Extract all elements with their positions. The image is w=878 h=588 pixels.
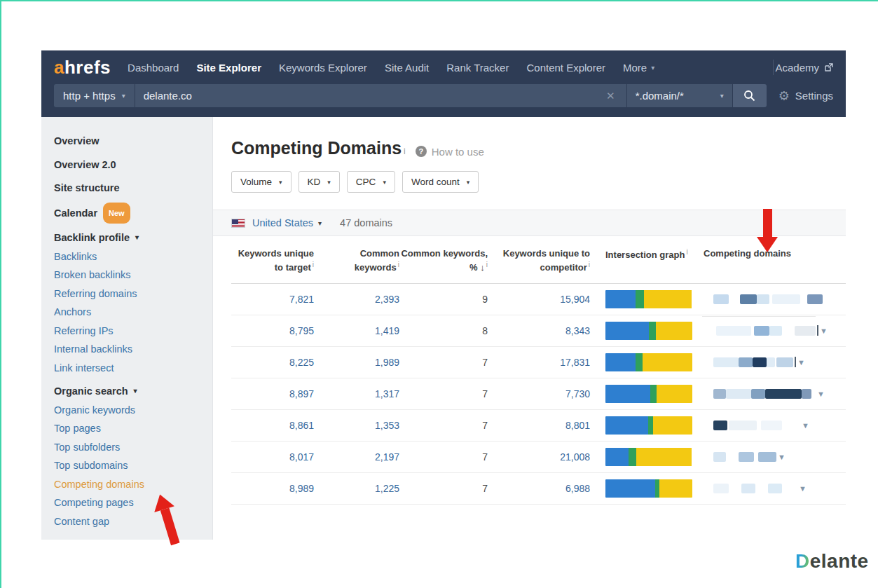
nav-item-dashboard[interactable]: Dashboard <box>128 62 179 74</box>
country-select[interactable]: United States <box>252 217 313 228</box>
nav-item-label: Site Explorer <box>196 62 261 74</box>
blurred-domain-block <box>739 357 753 367</box>
competing-domain-cell[interactable]: ▼ <box>695 357 839 367</box>
sidebar-item-top-subdomains[interactable]: Top subdomains <box>54 456 212 475</box>
unique-target-cell[interactable]: 8,897 <box>231 388 314 399</box>
common-keywords-cell[interactable]: 1,419 <box>314 325 399 336</box>
settings-button[interactable]: ⚙ Settings <box>778 88 833 104</box>
unique-competitor-cell[interactable]: 6,988 <box>488 483 590 494</box>
filter-label: Volume <box>240 177 272 187</box>
clear-input-icon[interactable]: ✕ <box>603 90 618 102</box>
sidebar-item-link-intersect[interactable]: Link intersect <box>54 359 212 378</box>
sidebar-item-overview[interactable]: Overview <box>54 132 212 151</box>
chevron-down-icon[interactable]: ▼ <box>799 484 807 493</box>
nav-item-more[interactable]: More▾ <box>623 62 654 74</box>
column-header-common-keywords[interactable]: Common keywords, % ↓i <box>399 247 488 275</box>
common-keywords-cell[interactable]: 1,353 <box>314 420 399 431</box>
filter-kd-button[interactable]: KD▾ <box>299 171 340 193</box>
sidebar-item-organic-search[interactable]: Organic search▾ <box>54 382 212 401</box>
sidebar-item-broken-backlinks[interactable]: Broken backlinks <box>54 266 212 285</box>
sidebar-item-backlinks[interactable]: Backlinks <box>54 247 212 266</box>
unique-competitor-cell[interactable]: 17,831 <box>488 357 590 368</box>
column-header-keywords-unique-to-target[interactable]: Keywords unique to targeti <box>231 247 314 275</box>
green-segment <box>636 353 643 371</box>
external-link-icon <box>824 63 833 72</box>
chevron-down-icon: ▾ <box>651 64 654 71</box>
common-pct-cell: 7 <box>399 420 488 431</box>
unique-target-cell[interactable]: 8,861 <box>231 420 314 431</box>
nav-item-academy[interactable]: Academy <box>775 62 833 74</box>
column-header-label: Keywords unique to target <box>238 248 314 273</box>
sidebar-item-site-structure[interactable]: Site structure <box>54 179 212 198</box>
unique-competitor-cell[interactable]: 7,730 <box>488 388 590 399</box>
blurred-domain-block <box>807 294 823 304</box>
nav-item-site-audit[interactable]: Site Audit <box>385 62 429 74</box>
nav-item-site-explorer[interactable]: Site Explorer <box>196 62 261 74</box>
target-input[interactable]: delante.co ✕ <box>135 84 626 107</box>
competing-domain-cell[interactable] <box>695 294 839 304</box>
table-row: 8,8611,35378,801▼ <box>231 410 846 442</box>
sidebar-item-overview-2-0[interactable]: Overview 2.0 <box>54 156 212 175</box>
sidebar-item-competing-pages[interactable]: Competing pages <box>54 493 212 512</box>
sidebar-item-competing-domains[interactable]: Competing domains <box>54 475 212 494</box>
blurred-domain-block <box>726 389 751 399</box>
sidebar-item-top-subfolders[interactable]: Top subfolders <box>54 438 212 457</box>
filter-word-count-button[interactable]: Word count▾ <box>402 171 479 193</box>
chevron-down-icon[interactable]: ▼ <box>778 453 786 461</box>
sidebar-item-internal-backlinks[interactable]: Internal backlinks <box>54 340 212 359</box>
sidebar-item-referring-ips[interactable]: Referring IPs <box>54 322 212 341</box>
unique-competitor-cell[interactable]: 8,343 <box>488 325 590 336</box>
chevron-down-icon[interactable]: ▼ <box>817 390 825 398</box>
unique-target-cell[interactable]: 8,795 <box>231 325 314 336</box>
common-keywords-cell[interactable]: 1,317 <box>314 388 399 399</box>
common-keywords-cell[interactable]: 2,197 <box>314 451 399 463</box>
sidebar-item-referring-domains[interactable]: Referring domains <box>54 285 212 303</box>
nav-item-rank-tracker[interactable]: Rank Tracker <box>446 62 509 74</box>
chevron-down-icon[interactable]: ▼ <box>802 421 809 430</box>
nav-item-content-explorer[interactable]: Content Explorer <box>526 62 605 74</box>
sidebar-item-content-gap[interactable]: Content gap <box>54 512 212 531</box>
column-header-intersection-graph[interactable]: Intersection graphi <box>590 247 695 262</box>
filter-cpc-button[interactable]: CPC▾ <box>347 171 395 193</box>
competing-domain-cell[interactable]: ▼ <box>695 389 839 399</box>
new-badge: New <box>103 203 130 224</box>
blurred-domain-block <box>713 484 729 493</box>
protocol-select[interactable]: http + https ▾ <box>54 84 135 107</box>
unique-competitor-cell[interactable]: 21,008 <box>488 451 590 463</box>
unique-target-cell[interactable]: 8,989 <box>231 483 314 494</box>
competing-domain-cell[interactable]: ▼ <box>695 484 839 493</box>
chevron-down-icon[interactable]: ▼ <box>797 358 805 367</box>
chevron-down-icon[interactable]: ▼ <box>820 327 828 335</box>
competing-domain-cell[interactable]: ▼ <box>695 325 839 336</box>
search-button[interactable] <box>733 84 767 107</box>
unique-target-cell[interactable]: 7,821 <box>231 294 314 305</box>
sidebar-item-calendar[interactable]: CalendarNew <box>54 203 212 224</box>
column-header-common-keywords[interactable]: Common keywordsi <box>314 247 399 275</box>
nav-item-keywords-explorer[interactable]: Keywords Explorer <box>279 62 367 74</box>
watermark-first-letter: D <box>795 550 810 572</box>
competing-domain-cell[interactable]: ▼ <box>695 452 839 462</box>
search-icon <box>743 90 755 102</box>
sidebar-item-anchors[interactable]: Anchors <box>54 303 212 322</box>
chevron-down-icon: ▾ <box>383 179 386 186</box>
common-keywords-cell[interactable]: 2,393 <box>314 294 399 305</box>
mode-select[interactable]: *.domain/* ▾ <box>627 84 732 107</box>
ahrefs-logo[interactable]: ahrefs <box>54 57 111 78</box>
unique-target-cell[interactable]: 8,017 <box>231 451 314 463</box>
green-segment <box>650 385 657 403</box>
sidebar-item-top-pages[interactable]: Top pages <box>54 419 212 438</box>
filter-volume-button[interactable]: Volume▾ <box>231 171 291 193</box>
sidebar-item-backlink-profile[interactable]: Backlink profile▾ <box>54 228 212 247</box>
content-area: OverviewOverview 2.0Site structureCalend… <box>41 117 846 540</box>
main-panel: Competing Domainsi ? How to use Volume▾K… <box>213 117 846 540</box>
column-header-keywords-unique-to-competitor[interactable]: Keywords unique to competitori <box>488 247 590 275</box>
how-to-use-link[interactable]: ? How to use <box>416 146 484 158</box>
unique-competitor-cell[interactable]: 15,904 <box>488 294 590 305</box>
unique-competitor-cell[interactable]: 8,801 <box>488 420 590 431</box>
sidebar-item-organic-keywords[interactable]: Organic keywords <box>54 401 212 420</box>
common-keywords-cell[interactable]: 1,989 <box>314 357 399 368</box>
unique-target-cell[interactable]: 8,225 <box>231 357 314 368</box>
academy-label: Academy <box>775 62 819 74</box>
competing-domain-cell[interactable]: ▼ <box>695 421 839 430</box>
common-keywords-cell[interactable]: 1,225 <box>314 483 399 494</box>
